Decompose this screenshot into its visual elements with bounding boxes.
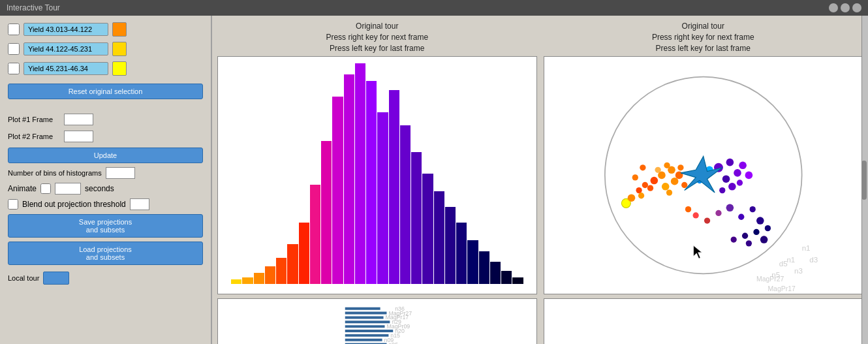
svg-point-28 [719, 187, 725, 193]
svg-point-37 [692, 213, 698, 219]
animate-label: Animate [8, 184, 37, 193]
svg-point-46 [741, 233, 747, 239]
svg-point-21 [681, 182, 687, 188]
animate-checkbox[interactable] [40, 183, 51, 194]
reset-button[interactable]: Reset original selection [8, 84, 203, 99]
plot2-frame-input[interactable]: 30 [64, 131, 93, 142]
bins-input[interactable]: 26 [106, 167, 135, 179]
histogram-bar [400, 125, 411, 284]
plot1-frame-row: Plot #1 Frame 30 [8, 114, 203, 125]
content-area: Original tour Press right key for next f… [212, 16, 868, 344]
blend-input[interactable]: 1 [130, 198, 149, 210]
right-scatter-plot[interactable]: n1 n1 n5 n3 d5 d3 MagPr27 MagPr17 MagPr0… [544, 56, 863, 294]
svg-point-18 [677, 165, 683, 171]
yield-label-3: Yield 45.231-46.34 [23, 62, 108, 75]
histogram-bar [355, 63, 365, 284]
blend-row: Blend out projection threshold 1 [8, 198, 203, 210]
yield-checkbox-1[interactable] [8, 23, 20, 35]
histogram-bar [456, 223, 467, 285]
svg-point-26 [739, 162, 747, 170]
histogram-bar [254, 273, 264, 284]
yield-checkbox-2[interactable] [8, 43, 20, 55]
plot2-frame-label: Plot #2 Frame [8, 133, 60, 140]
load-button[interactable]: Load projections and subsets [8, 242, 203, 265]
bottom-right-plot[interactable] [544, 298, 863, 344]
svg-text:MagPr27: MagPr27 [756, 275, 784, 283]
scatter-svg: n1 n1 n5 n3 d5 d3 MagPr27 MagPr17 MagPr0… [544, 57, 863, 294]
close-button[interactable] [852, 3, 861, 12]
histogram-bar [411, 152, 422, 285]
histogram-bar [389, 90, 399, 284]
scrollbar-thumb[interactable] [861, 161, 867, 200]
svg-point-38 [704, 218, 709, 224]
svg-point-42 [749, 206, 755, 212]
svg-point-39 [715, 210, 721, 216]
label-1: n1 [786, 255, 795, 264]
maximize-button[interactable] [841, 3, 850, 12]
window-controls [829, 3, 861, 12]
bins-row: Number of bins of histograms 26 [8, 167, 203, 179]
svg-point-45 [753, 229, 759, 235]
svg-point-12 [670, 178, 678, 185]
svg-point-51 [632, 175, 638, 181]
yield-checkbox-3[interactable] [8, 63, 20, 74]
svg-point-40 [726, 204, 734, 212]
yield-color-3 [112, 61, 127, 76]
svg-point-48 [745, 241, 751, 247]
svg-point-13 [661, 183, 669, 191]
svg-point-30 [736, 180, 742, 186]
scrollbar-track[interactable] [861, 16, 868, 344]
minimize-button[interactable] [829, 3, 838, 12]
animate-row: Animate 1 seconds [8, 183, 203, 195]
histogram-bar [231, 279, 241, 284]
svg-text:d3: d3 [809, 255, 818, 264]
histogram-bars [218, 57, 536, 294]
local-tour-dropdown[interactable] [43, 272, 69, 285]
title-bar: Interactive Tour [0, 0, 868, 16]
svg-text:n1: n1 [801, 244, 810, 253]
svg-point-43 [756, 217, 764, 225]
histogram-bar [276, 258, 287, 285]
right-plot-section: Original tour Press right key for next f… [544, 21, 863, 294]
left-plot-title: Original tour Press right key for next f… [217, 21, 537, 54]
plot1-frame-input[interactable]: 30 [64, 114, 93, 125]
yield-row-1: Yield 43.013-44.122 [8, 22, 203, 37]
histogram-bar [299, 223, 309, 285]
histogram-bar [332, 97, 343, 284]
histogram-bar [287, 244, 298, 284]
update-button[interactable]: Update [8, 148, 203, 163]
svg-point-19 [666, 190, 672, 196]
save-button[interactable]: Save projections and subsets [8, 214, 203, 238]
bins-label: Number of bins of histograms [8, 169, 102, 177]
svg-point-36 [685, 206, 690, 212]
bottom-left-svg: n36 MagPr27 MagPr17 n29 MagPr09 n20 n15 … [218, 299, 536, 344]
svg-text:MagPr17: MagPr17 [767, 285, 796, 292]
histogram-bar [479, 251, 489, 285]
svg-point-49 [760, 236, 767, 244]
plot1-frame-label: Plot #1 Frame [8, 116, 60, 123]
svg-point-25 [722, 176, 730, 183]
svg-point-44 [764, 225, 770, 231]
yield-color-1 [112, 22, 127, 37]
histogram-bar [377, 112, 388, 284]
animate-seconds-input[interactable]: 1 [55, 183, 81, 195]
histogram-bar [490, 262, 501, 284]
bottom-left-plot[interactable]: n36 MagPr27 MagPr17 n29 MagPr09 n20 n15 … [217, 298, 537, 344]
svg-point-24 [734, 170, 741, 178]
histogram-bar [422, 174, 433, 284]
svg-point-52 [642, 182, 647, 188]
blend-label: Blend out projection threshold [22, 200, 126, 209]
histogram-bar [434, 191, 444, 284]
right-plot-title: Original tour Press right key for next f… [544, 21, 863, 54]
left-histogram-plot[interactable] [217, 56, 537, 294]
svg-point-54 [627, 195, 635, 202]
histogram-bar [366, 81, 377, 284]
plot2-frame-row: Plot #2 Frame 30 [8, 131, 203, 142]
svg-point-29 [745, 172, 752, 180]
histogram-bar [310, 185, 320, 284]
blend-checkbox[interactable] [8, 199, 18, 210]
svg-point-50 [640, 165, 645, 171]
left-plot-section: Original tour Press right key for next f… [217, 21, 537, 294]
plots-row: Original tour Press right key for next f… [217, 21, 863, 294]
svg-point-47 [730, 237, 736, 243]
